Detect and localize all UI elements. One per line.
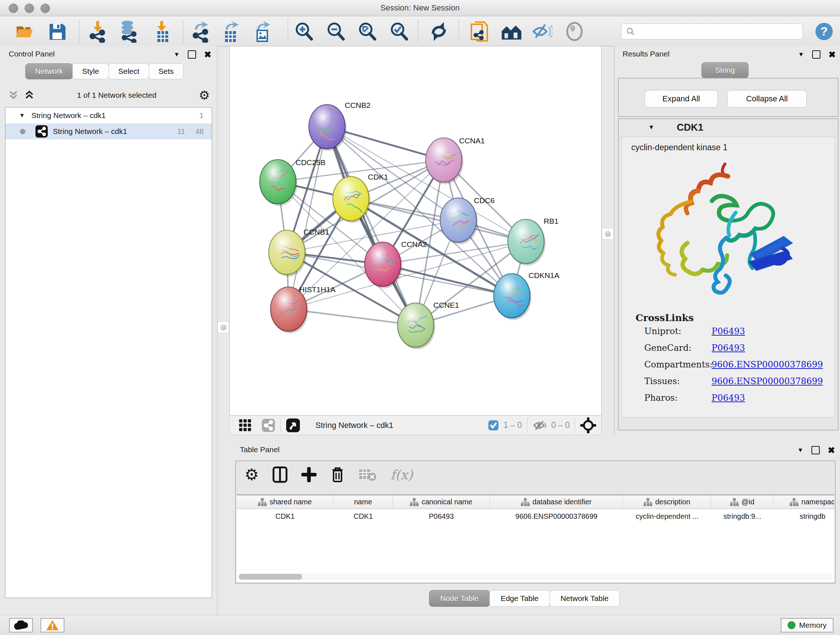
export-image-icon[interactable]	[251, 21, 273, 42]
crosslink-value-link[interactable]: 9606.ENSP00000378699	[712, 359, 823, 370]
right-splitter-handle[interactable]	[602, 228, 614, 240]
collapse-all-button[interactable]: Collapse All	[727, 90, 807, 108]
expand-all-button[interactable]: Expand All	[645, 90, 718, 108]
export-table-icon[interactable]	[220, 21, 242, 42]
zoom-in-icon[interactable]	[293, 21, 315, 42]
grid-view-icon[interactable]	[238, 418, 252, 432]
network-edge[interactable]	[327, 127, 416, 325]
column-header-name[interactable]: name	[333, 495, 393, 509]
hidden-eye-icon[interactable]	[532, 420, 547, 431]
delete-column-icon[interactable]	[330, 466, 345, 483]
close-panel-icon[interactable]: ✖	[829, 51, 836, 58]
network-node-CDC6[interactable]	[440, 198, 478, 244]
tab-style[interactable]: Style	[73, 63, 109, 79]
table-cell[interactable]: CDK1	[237, 509, 333, 524]
collapse-panel-icon[interactable]: ▼	[798, 51, 804, 58]
expand-all-icon[interactable]	[24, 90, 35, 100]
fit-content-crosshair-icon[interactable]	[580, 417, 596, 433]
scrollbar-thumb[interactable]	[239, 574, 302, 580]
table-cell[interactable]: P06493	[393, 509, 490, 524]
tab-network[interactable]: Network	[25, 63, 73, 79]
hide-selection-icon[interactable]	[531, 21, 553, 42]
float-panel-icon[interactable]	[812, 50, 821, 59]
help-icon[interactable]: ?	[813, 21, 835, 42]
column-header-namespac[interactable]: namespac	[774, 495, 834, 509]
birds-eye-view-icon[interactable]	[286, 418, 300, 432]
network-collection-row[interactable]: ▼ String Network – cdk1 1	[5, 108, 212, 124]
network-node-CCNB1[interactable]	[269, 230, 306, 277]
horizontal-scrollbar[interactable]	[238, 573, 833, 580]
close-panel-icon[interactable]: ✖	[828, 447, 835, 454]
left-splitter-handle[interactable]	[218, 321, 229, 333]
table-cell[interactable]: cyclin-dependent ...	[623, 509, 711, 524]
cloud-status-button[interactable]	[9, 618, 33, 632]
import-network-from-file-icon[interactable]	[87, 21, 109, 42]
table-panel-header-icons: ▼ ✖	[797, 446, 835, 454]
column-header-canonical-name[interactable]: canonical name	[393, 495, 490, 509]
delete-table-icon[interactable]	[358, 467, 377, 482]
apply-layout-icon[interactable]	[428, 21, 450, 42]
network-node-CCNE1[interactable]	[398, 303, 435, 349]
column-header--id[interactable]: @id	[711, 495, 774, 509]
show-columns-icon[interactable]	[272, 466, 287, 483]
add-column-icon[interactable]	[302, 467, 317, 482]
float-panel-icon[interactable]	[188, 50, 196, 59]
column-header-description[interactable]: description	[623, 495, 711, 509]
import-table-icon[interactable]	[151, 21, 172, 42]
crosslink-value-link[interactable]: P06493	[712, 393, 745, 403]
tab-string[interactable]: String	[701, 62, 748, 78]
save-session-icon[interactable]	[46, 21, 68, 42]
collapse-panel-icon[interactable]: ▼	[174, 51, 180, 58]
collapse-all-icon[interactable]	[8, 90, 19, 100]
network-node-CDK1[interactable]	[333, 177, 370, 223]
tab-node-table[interactable]: Node Table	[429, 590, 490, 607]
preview-icon[interactable]	[564, 21, 585, 42]
network-view-canvas[interactable]: CCNB2CCNA1CDC25BCDK1CDC6RB1CCNB1CCNA2CDK…	[229, 46, 602, 416]
zoom-selected-icon[interactable]	[388, 21, 410, 42]
table-cell[interactable]: CDK1	[333, 509, 393, 524]
collapse-panel-icon[interactable]: ▼	[797, 447, 804, 454]
search-input[interactable]	[638, 27, 802, 36]
clone-network-icon[interactable]	[469, 21, 490, 42]
warnings-button[interactable]	[41, 618, 65, 632]
import-network-from-database-icon[interactable]	[118, 21, 139, 42]
network-row[interactable]: String Network – cdk1 11 48	[5, 124, 212, 139]
network-node-RB1[interactable]	[508, 219, 546, 266]
crosslink-value-link[interactable]: P06493	[712, 343, 745, 353]
table-cell[interactable]: 9606.ENSP00000378699	[490, 509, 623, 524]
column-header-database-identifier[interactable]: database identifier	[490, 495, 623, 509]
export-network-icon[interactable]	[190, 21, 212, 42]
gear-icon[interactable]: ⚙	[199, 90, 210, 101]
table-settings-gear-icon[interactable]: ⚙	[245, 467, 259, 483]
crosslink-value-link[interactable]: P06493	[712, 326, 745, 336]
gene-expander-icon[interactable]: ▼	[648, 124, 654, 131]
zoom-out-icon[interactable]	[325, 21, 347, 42]
network-node-HIST1H1A[interactable]	[271, 287, 308, 333]
network-view-mode-icon[interactable]	[262, 418, 275, 432]
search-field[interactable]	[621, 24, 803, 40]
table-cell[interactable]: stringdb:9...	[711, 509, 774, 524]
network-node-CDKN1A[interactable]	[494, 274, 531, 320]
zoom-fit-icon[interactable]	[356, 21, 378, 42]
column-header-shared-name[interactable]: shared name	[237, 495, 333, 509]
network-node-CCNA1[interactable]	[426, 138, 463, 184]
network-node-CCNB2[interactable]	[309, 105, 347, 151]
crosslink-value-link[interactable]: 9606.ENSP00000378699	[712, 376, 823, 386]
tab-sets[interactable]: Sets	[149, 63, 183, 79]
tree-expander-icon[interactable]: ▼	[19, 112, 25, 119]
open-session-icon[interactable]	[14, 21, 35, 42]
tab-network-table[interactable]: Network Table	[549, 590, 620, 607]
gene-section-header[interactable]: ▼ CDK1	[619, 119, 838, 136]
function-builder-icon[interactable]: f(x)	[390, 467, 413, 482]
memory-button[interactable]: Memory	[781, 618, 834, 632]
selected-checkbox-icon[interactable]	[488, 420, 499, 431]
float-panel-icon[interactable]	[812, 446, 820, 454]
cloud-icon	[14, 621, 28, 630]
network-edge[interactable]	[289, 127, 327, 309]
show-all-panels-icon[interactable]	[500, 21, 522, 42]
network-node-CCNA2[interactable]	[365, 242, 402, 288]
tab-edge-table[interactable]: Edge Table	[489, 590, 550, 607]
tab-select[interactable]: Select	[109, 63, 149, 79]
close-panel-icon[interactable]: ✖	[204, 51, 211, 58]
table-cell[interactable]: stringdb	[774, 509, 834, 524]
